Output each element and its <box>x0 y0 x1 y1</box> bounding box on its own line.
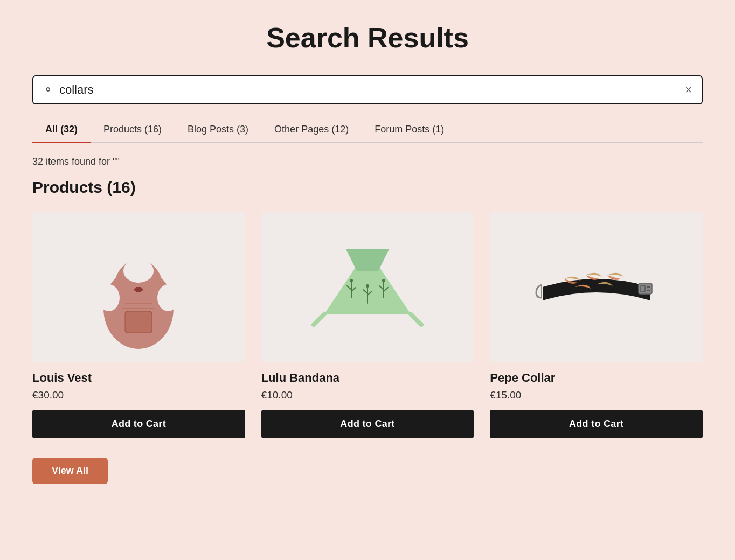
product-image-louis-vest <box>32 212 245 362</box>
svg-marker-13 <box>346 249 389 271</box>
svg-line-27 <box>411 314 421 325</box>
svg-point-9 <box>140 288 143 291</box>
tabs-container: All (32) Products (16) Blog Posts (3) Ot… <box>32 117 703 143</box>
product-card-pepe-collar: Pepe Collar €15.00 Add to Cart <box>490 212 703 438</box>
search-input[interactable] <box>59 83 685 97</box>
add-to-cart-louis-vest[interactable]: Add to Cart <box>32 410 245 438</box>
add-to-cart-lulu-bandana[interactable]: Add to Cart <box>261 410 474 438</box>
tab-forum[interactable]: Forum Posts (1) <box>362 117 457 143</box>
tab-all[interactable]: All (32) <box>32 117 91 143</box>
product-price-louis-vest: €30.00 <box>32 389 245 401</box>
results-summary: 32 items found for "" <box>32 156 703 167</box>
page-title: Search Results <box>32 22 703 54</box>
section-title: Products (16) <box>32 178 703 197</box>
products-grid: Louis Vest €30.00 Add to Cart <box>32 212 703 438</box>
tab-products[interactable]: Products (16) <box>91 117 175 143</box>
product-name-lulu-bandana: Lulu Bandana <box>261 371 474 385</box>
product-name-pepe-collar: Pepe Collar <box>490 371 703 385</box>
search-icon: ⚬ <box>43 83 53 97</box>
svg-point-2 <box>123 259 154 283</box>
product-name-louis-vest: Louis Vest <box>32 371 245 385</box>
product-price-pepe-collar: €15.00 <box>490 389 703 401</box>
search-bar: ⚬ × <box>32 75 703 104</box>
tab-blog[interactable]: Blog Posts (3) <box>175 117 261 143</box>
svg-point-3 <box>98 284 120 311</box>
tab-pages[interactable]: Other Pages (12) <box>261 117 362 143</box>
product-price-lulu-bandana: €10.00 <box>261 389 474 401</box>
svg-point-25 <box>383 279 385 282</box>
svg-point-17 <box>350 279 352 282</box>
product-image-pepe-collar <box>490 212 703 362</box>
svg-point-8 <box>134 288 137 291</box>
product-image-lulu-bandana <box>261 212 474 362</box>
svg-rect-5 <box>125 311 152 333</box>
view-all-button[interactable]: View All <box>32 458 108 484</box>
svg-point-21 <box>366 285 369 287</box>
svg-line-26 <box>314 314 324 325</box>
add-to-cart-pepe-collar[interactable]: Add to Cart <box>490 410 703 438</box>
product-card-louis-vest: Louis Vest €30.00 Add to Cart <box>32 212 245 438</box>
search-clear-button[interactable]: × <box>685 84 692 96</box>
product-card-lulu-bandana: Lulu Bandana €10.00 Add to Cart <box>261 212 474 438</box>
svg-point-4 <box>157 284 179 311</box>
